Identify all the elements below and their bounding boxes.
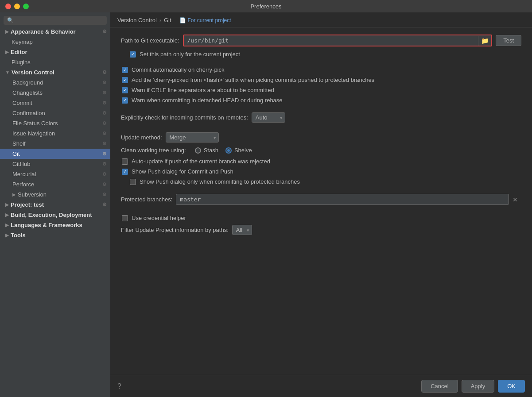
ok-button[interactable]: OK bbox=[498, 380, 525, 393]
settings-icon: ⚙ bbox=[102, 161, 107, 167]
breadcrumb-separator: › bbox=[159, 17, 161, 23]
folder-browse-button[interactable]: 📁 bbox=[478, 36, 491, 46]
auto-update-row[interactable]: Auto-update if push of the current branc… bbox=[121, 158, 521, 165]
incoming-dropdown[interactable]: Auto Always Never bbox=[252, 112, 285, 123]
footer-buttons: Cancel Apply OK bbox=[421, 380, 525, 393]
sidebar-item-keymap[interactable]: Keymap bbox=[0, 37, 110, 47]
warn-crlf-row[interactable]: Warn if CRLF line separators are about t… bbox=[121, 87, 521, 93]
settings-icon: ⚙ bbox=[102, 151, 107, 157]
update-label: Update method: bbox=[121, 134, 162, 141]
update-dropdown[interactable]: Merge Rebase Branch Default bbox=[166, 132, 219, 143]
path-label: Path to Git executable: bbox=[121, 37, 179, 44]
sidebar-item-perforce[interactable]: Perforce ⚙ bbox=[0, 179, 110, 189]
update-method-row: Update method: Merge Rebase Branch Defau… bbox=[121, 132, 521, 143]
sidebar-item-build[interactable]: ▶ Build, Execution, Deployment bbox=[0, 210, 110, 220]
sidebar-item-tools[interactable]: ▶ Tools bbox=[0, 230, 110, 240]
commit-cherry-row[interactable]: Commit automatically on cherry-pick bbox=[121, 66, 521, 73]
filter-row: Filter Update Project information by pat… bbox=[121, 225, 521, 235]
filter-label: Filter Update Project information by pat… bbox=[121, 227, 229, 233]
update-dropdown-wrapper: Merge Rebase Branch Default bbox=[166, 132, 219, 143]
window-controls[interactable] bbox=[5, 4, 29, 9]
current-project-checkbox[interactable] bbox=[130, 51, 136, 58]
project-link[interactable]: 📄 For current project bbox=[179, 17, 231, 23]
sidebar-item-git[interactable]: Git ⚙ bbox=[0, 149, 110, 159]
search-icon: 🔍 bbox=[7, 17, 14, 23]
current-project-label: Set this path only for the current proje… bbox=[140, 51, 240, 58]
test-button[interactable]: Test bbox=[496, 35, 521, 46]
filter-dropdown[interactable]: All bbox=[232, 225, 252, 235]
sidebar-item-background[interactable]: Background ⚙ bbox=[0, 77, 110, 88]
close-button[interactable] bbox=[5, 4, 11, 9]
protected-input[interactable] bbox=[176, 194, 509, 205]
settings-icon: ⚙ bbox=[102, 29, 107, 35]
settings-icon: ⚙ bbox=[102, 192, 107, 197]
cherry-suffix-checkbox[interactable] bbox=[122, 77, 128, 83]
maximize-button[interactable] bbox=[23, 4, 29, 9]
warn-crlf-checkbox[interactable] bbox=[122, 87, 128, 93]
form-content: Path to Git executable: 📁 Test Set this … bbox=[110, 27, 532, 375]
shelve-option[interactable]: Shelve bbox=[225, 147, 252, 154]
credential-checkbox[interactable] bbox=[122, 215, 128, 221]
sidebar-item-changelists[interactable]: Changelists ⚙ bbox=[0, 88, 110, 98]
protected-label: Protected branches: bbox=[121, 196, 172, 203]
expand-arrow-icon: ▶ bbox=[12, 192, 16, 197]
sidebar-item-project-test[interactable]: ▶ Project: test ⚙ bbox=[0, 200, 110, 210]
settings-icon: ⚙ bbox=[102, 80, 107, 85]
sidebar-item-languages[interactable]: ▶ Languages & Frameworks bbox=[0, 220, 110, 230]
auto-update-checkbox[interactable] bbox=[122, 158, 128, 165]
cancel-button[interactable]: Cancel bbox=[421, 380, 458, 393]
git-path-row: Path to Git executable: 📁 Test bbox=[121, 35, 521, 46]
warn-crlf-label: Warn if CRLF line separators are about t… bbox=[132, 87, 274, 93]
expand-arrow-icon: ▶ bbox=[5, 212, 9, 217]
sidebar-item-editor[interactable]: ▶ Editor bbox=[0, 47, 110, 57]
commit-cherry-label: Commit automatically on cherry-pick bbox=[132, 66, 225, 73]
sidebar-item-shelf[interactable]: Shelf ⚙ bbox=[0, 139, 110, 149]
current-project-checkbox-row[interactable]: Set this path only for the current proje… bbox=[121, 51, 521, 58]
sidebar-item-issue-navigation[interactable]: Issue Navigation ⚙ bbox=[0, 128, 110, 139]
cherry-suffix-row[interactable]: Add the 'cherry-picked from <hash>' suff… bbox=[121, 77, 521, 83]
titlebar: Preferences bbox=[0, 0, 532, 12]
show-push-protected-row[interactable]: Show Push dialog only when committing to… bbox=[121, 178, 521, 185]
search-box[interactable]: 🔍 bbox=[4, 16, 107, 25]
settings-icon: ⚙ bbox=[102, 100, 107, 106]
credential-row[interactable]: Use credential helper bbox=[121, 215, 521, 221]
expand-arrow-icon: ▶ bbox=[5, 29, 9, 34]
expand-arrow-icon: ▼ bbox=[5, 70, 10, 75]
warn-detached-row[interactable]: Warn when committing in detached HEAD or… bbox=[121, 97, 521, 104]
footer: ? Cancel Apply OK bbox=[110, 375, 532, 397]
settings-icon: ⚙ bbox=[102, 141, 107, 146]
settings-icon: ⚙ bbox=[102, 110, 107, 116]
auto-update-label: Auto-update if push of the current branc… bbox=[132, 158, 270, 165]
show-push-row[interactable]: Show Push dialog for Commit and Push bbox=[121, 168, 521, 175]
path-input[interactable] bbox=[184, 35, 478, 46]
sidebar-item-confirmation[interactable]: Confirmation ⚙ bbox=[0, 108, 110, 118]
settings-icon: ⚙ bbox=[102, 120, 107, 126]
sidebar-item-mercurial[interactable]: Mercurial ⚙ bbox=[0, 169, 110, 179]
sidebar-item-github[interactable]: GitHub ⚙ bbox=[0, 159, 110, 169]
clear-protected-button[interactable]: ✕ bbox=[509, 195, 521, 204]
settings-icon: ⚙ bbox=[102, 90, 107, 96]
show-push-protected-checkbox[interactable] bbox=[130, 179, 136, 185]
project-icon: 📄 bbox=[179, 17, 186, 23]
show-push-protected-label: Show Push dialog only when committing to… bbox=[140, 178, 300, 185]
sidebar-item-subversion[interactable]: ▶ Subversion ⚙ bbox=[0, 189, 110, 200]
shelve-radio[interactable] bbox=[225, 147, 232, 154]
stash-option[interactable]: Stash bbox=[195, 147, 218, 154]
breadcrumb-parent: Version Control bbox=[117, 17, 157, 23]
warn-detached-checkbox[interactable] bbox=[122, 97, 128, 104]
minimize-button[interactable] bbox=[14, 4, 20, 9]
protected-branches-row: Protected branches: ✕ bbox=[121, 194, 521, 205]
sidebar-item-appearance[interactable]: ▶ Appearance & Behavior ⚙ bbox=[0, 27, 110, 37]
sidebar-item-file-status-colors[interactable]: File Status Colors ⚙ bbox=[0, 118, 110, 128]
warn-detached-label: Warn when committing in detached HEAD or… bbox=[132, 97, 283, 104]
show-push-checkbox[interactable] bbox=[122, 169, 128, 175]
sidebar-item-version-control[interactable]: ▼ Version Control ⚙ bbox=[0, 67, 110, 77]
content-panel: Version Control › Git 📄 For current proj… bbox=[110, 12, 532, 397]
commit-cherry-checkbox[interactable] bbox=[122, 67, 128, 73]
search-input[interactable] bbox=[16, 17, 103, 23]
stash-radio[interactable] bbox=[195, 147, 201, 154]
sidebar-item-commit[interactable]: Commit ⚙ bbox=[0, 98, 110, 108]
sidebar-item-plugins[interactable]: Plugins bbox=[0, 57, 110, 67]
apply-button[interactable]: Apply bbox=[462, 380, 495, 393]
help-button[interactable]: ? bbox=[117, 382, 121, 390]
